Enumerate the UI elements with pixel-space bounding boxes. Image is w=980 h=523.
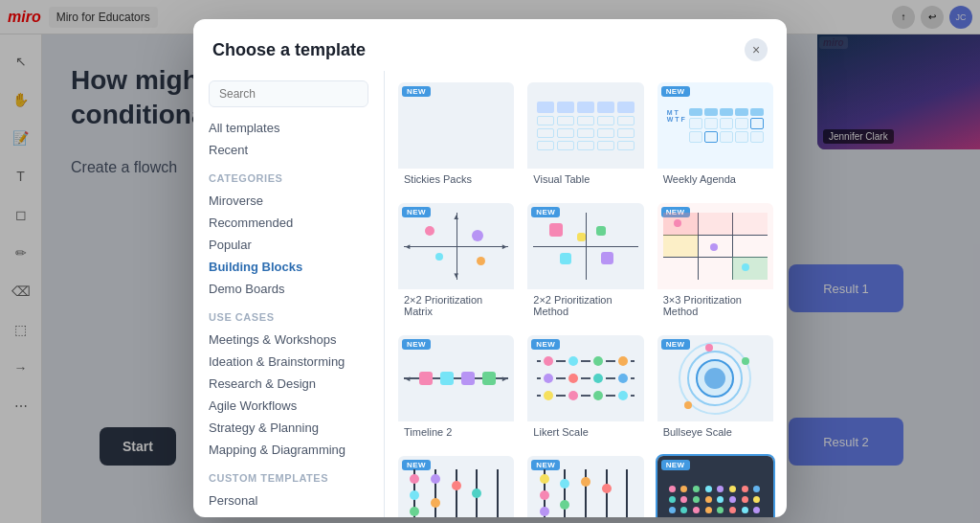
template-card-bullseye[interactable]: NEW Bulls xyxy=(656,333,775,444)
template-name-weekly-agenda: Weekly Agenda xyxy=(657,169,773,190)
modal-sidebar: All templates Recent CATEGORIES Mirovers… xyxy=(193,71,385,517)
templates-grid: NEW xyxy=(396,80,775,517)
template-name-visual-table: Visual Table xyxy=(527,169,643,190)
template-thumb-visual-table xyxy=(527,82,643,169)
template-thumb-timeline: NEW ◄ ► xyxy=(398,335,514,421)
template-thumb-likert: NEW xyxy=(527,335,643,421)
modal-close-button[interactable]: × xyxy=(745,38,768,61)
modal-title: Choose a template xyxy=(212,40,366,60)
nav-strategy-planning[interactable]: Strategy & Planning xyxy=(209,417,368,439)
template-thumb-2x2-matrix: NEW ◄ ► ▲ ▼ xyxy=(398,203,514,289)
custom-templates-label: CUSTOM TEMPLATES xyxy=(209,472,368,484)
template-card-2x2-matrix[interactable]: NEW ◄ ► ▲ ▼ xyxy=(396,201,516,324)
template-name-3x3-method: 3×3 Prioritization Method xyxy=(657,289,773,322)
template-thumb-dot-voting: NEW xyxy=(657,456,773,517)
modal-header: Choose a template × xyxy=(193,19,787,71)
template-thumb-3x3-method: NEW xyxy=(657,203,773,289)
template-thumb-2x2-method: NEW xyxy=(527,203,643,289)
new-badge-timeline: NEW xyxy=(402,339,431,350)
nav-personal[interactable]: Personal xyxy=(209,489,368,512)
modal-overlay: Choose a template × All templates Recent… xyxy=(0,0,980,523)
template-name-bullseye: Bullseye Scale xyxy=(657,421,773,443)
template-card-weekly-agenda[interactable]: NEW M T W T F xyxy=(656,80,775,192)
nav-all-templates[interactable]: All templates xyxy=(209,117,368,139)
new-badge-conversion: NEW xyxy=(531,460,560,470)
new-badge-likert: NEW xyxy=(531,339,560,350)
template-thumb-conversion-funnel: NEW xyxy=(527,456,643,517)
nav-miroverse[interactable]: Miroverse xyxy=(209,190,368,212)
nav-demo-boards[interactable]: Demo Boards xyxy=(209,278,368,300)
template-card-stickies-packs[interactable]: NEW xyxy=(396,80,516,192)
template-name-2x2-matrix: 2×2 Prioritization Matrix xyxy=(398,289,514,322)
nav-building-blocks[interactable]: Building Blocks xyxy=(209,256,368,278)
template-card-likert[interactable]: NEW xyxy=(525,333,645,444)
template-modal: Choose a template × All templates Recent… xyxy=(193,19,787,517)
template-card-2x2-method[interactable]: NEW 2×2 Prioritization Met xyxy=(525,201,645,324)
stickies-visual xyxy=(441,82,472,169)
template-card-idea-funnel[interactable]: NEW xyxy=(396,454,516,517)
nav-shared[interactable]: Shared xyxy=(209,512,368,517)
template-name-2x2-method: 2×2 Prioritization Method xyxy=(527,289,643,322)
nav-popular[interactable]: Popular xyxy=(209,234,368,256)
template-search-input[interactable] xyxy=(209,80,368,107)
template-card-dot-voting[interactable]: NEW xyxy=(656,454,775,517)
nav-research-design[interactable]: Research & Design xyxy=(209,373,368,395)
template-thumb-bullseye: NEW xyxy=(657,335,773,421)
nav-recent[interactable]: Recent xyxy=(209,139,368,161)
new-badge-funnel: NEW xyxy=(402,460,431,470)
template-name-likert: Likert Scale xyxy=(527,421,643,443)
templates-grid-container: NEW xyxy=(385,71,787,517)
template-card-3x3-method[interactable]: NEW xyxy=(656,201,775,324)
template-card-conversion-funnel[interactable]: NEW xyxy=(525,454,645,517)
template-card-visual-table[interactable]: Visual Table xyxy=(525,80,645,192)
template-thumb-idea-funnel: NEW xyxy=(398,456,514,517)
template-name-timeline: Timeline 2 xyxy=(398,421,514,443)
nav-mapping-diagramming[interactable]: Mapping & Diagramming xyxy=(209,439,368,461)
template-thumb-stickies-packs: NEW xyxy=(398,82,514,169)
new-badge-dot-voting: NEW xyxy=(661,460,690,470)
template-thumb-weekly-agenda: NEW M T W T F xyxy=(657,82,773,169)
template-card-timeline[interactable]: NEW ◄ ► Timeline 2 xyxy=(396,333,516,444)
use-cases-label: USE CASES xyxy=(209,311,368,323)
nav-ideation-brainstorming[interactable]: Ideation & Brainstorming xyxy=(209,351,368,373)
new-badge: NEW xyxy=(402,86,431,97)
template-name-stickies-packs: Stickies Packs xyxy=(398,169,514,190)
categories-label: CATEGORIES xyxy=(209,172,368,184)
modal-body: All templates Recent CATEGORIES Mirovers… xyxy=(193,71,787,517)
new-badge-agenda: NEW xyxy=(661,86,690,97)
nav-recommended[interactable]: Recommended xyxy=(209,212,368,234)
nav-meetings-workshops[interactable]: Meetings & Workshops xyxy=(209,329,368,351)
nav-agile-workflows[interactable]: Agile Workflows xyxy=(209,395,368,417)
